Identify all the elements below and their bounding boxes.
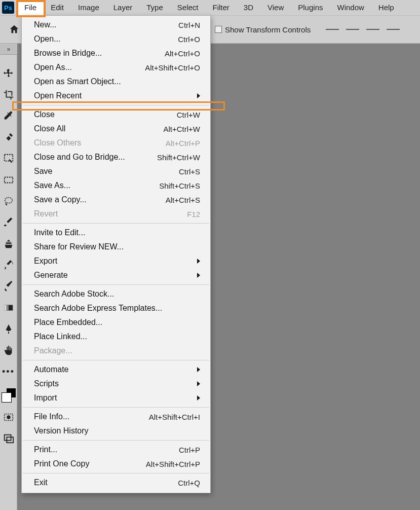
menu-separator <box>23 360 209 360</box>
object-select-tool[interactable] <box>2 152 15 165</box>
menu-plugins[interactable]: Plugins <box>291 0 330 15</box>
brush-tool[interactable] <box>2 216 15 229</box>
eyedropper-tool[interactable] <box>2 110 15 123</box>
menu-item-label: Close <box>34 110 177 119</box>
clone-stamp-tool[interactable] <box>2 237 15 250</box>
menu-item-label: Export <box>34 257 193 266</box>
menu-item-shortcut: Alt+Ctrl+O <box>165 49 200 58</box>
lasso-tool[interactable] <box>2 195 15 208</box>
marquee-tool[interactable] <box>2 173 15 187</box>
align-left-icon[interactable] <box>326 24 339 34</box>
menu-view[interactable]: View <box>260 0 291 15</box>
file-menu-save-as[interactable]: Save As...Shift+Ctrl+S <box>22 178 210 193</box>
file-menu-print-one-copy[interactable]: Print One CopyAlt+Shift+Ctrl+P <box>22 457 210 471</box>
menu-item-shortcut: Alt+Shift+Ctrl+I <box>149 413 200 421</box>
crop-tool[interactable] <box>2 88 15 101</box>
file-menu-new[interactable]: New...Ctrl+N <box>22 18 210 32</box>
menu-filter[interactable]: Filter <box>206 0 237 15</box>
menu-separator <box>23 407 209 408</box>
gradient-tool[interactable] <box>2 301 15 314</box>
pen-tool[interactable] <box>2 322 15 336</box>
svg-point-6 <box>7 415 10 419</box>
move-tool[interactable] <box>2 67 15 80</box>
menu-file[interactable]: File <box>17 0 44 15</box>
menu-item-label: Open as Smart Object... <box>34 77 200 86</box>
menu-separator <box>23 284 209 285</box>
file-menu-save[interactable]: SaveCtrl+S <box>22 164 210 178</box>
menu-item-label: Print One Copy <box>34 459 146 468</box>
submenu-arrow-icon <box>197 367 200 372</box>
file-menu-close[interactable]: CloseCtrl+W <box>22 107 210 122</box>
checkbox-icon <box>215 26 222 33</box>
menu-item-shortcut: Alt+Ctrl+W <box>163 125 200 133</box>
more-tools[interactable]: ••• <box>2 365 15 378</box>
align-center-icon[interactable] <box>346 24 359 34</box>
menu-item-label: Open As... <box>34 63 145 72</box>
menu-separator <box>23 223 209 224</box>
svg-point-1 <box>5 198 12 203</box>
file-menu-browse-in-bridge[interactable]: Browse in Bridge...Alt+Ctrl+O <box>22 46 210 60</box>
menu-item-shortcut: Ctrl+W <box>177 111 200 119</box>
svg-rect-4 <box>4 305 6 311</box>
menu-item-shortcut: Ctrl+P <box>179 446 200 454</box>
menubar: Ps FileEditImageLayerTypeSelectFilter3DV… <box>0 0 420 15</box>
hand-tool[interactable] <box>2 344 15 357</box>
menu-type[interactable]: Type <box>139 0 170 15</box>
svg-rect-7 <box>4 435 11 441</box>
file-menu-search-adobe-stock[interactable]: Search Adobe Stock... <box>22 287 210 301</box>
file-menu-place-linked[interactable]: Place Linked... <box>22 330 210 344</box>
file-menu-open-as-smart-object[interactable]: Open as Smart Object... <box>22 75 210 89</box>
file-menu-open[interactable]: Open...Ctrl+O <box>22 32 210 46</box>
spot-heal-tool[interactable] <box>2 131 15 144</box>
menu-item-label: Generate <box>34 271 193 280</box>
panel-expander[interactable]: » <box>0 44 17 55</box>
quick-mask-tool[interactable] <box>2 411 15 424</box>
menu-item-label: File Info... <box>34 412 149 421</box>
app-logo: Ps <box>2 2 14 14</box>
file-menu-close-and-go-to-bridge[interactable]: Close and Go to Bridge...Shift+Ctrl+W <box>22 150 210 164</box>
paint-brush-tool[interactable] <box>2 280 15 293</box>
home-icon[interactable] <box>6 21 22 38</box>
file-menu-scripts[interactable]: Scripts <box>22 377 210 391</box>
screen-mode-tool[interactable] <box>2 432 15 445</box>
file-menu-print[interactable]: Print...Ctrl+P <box>22 443 210 457</box>
svg-rect-0 <box>4 177 13 183</box>
file-menu-close-all[interactable]: Close AllAlt+Ctrl+W <box>22 122 210 136</box>
menu-image[interactable]: Image <box>71 0 106 15</box>
align-right-icon[interactable] <box>366 24 379 34</box>
file-menu-search-adobe-express-templates[interactable]: Search Adobe Express Templates... <box>22 301 210 315</box>
menu-edit[interactable]: Edit <box>44 0 71 15</box>
menu-item-label: Search Adobe Express Templates... <box>34 304 200 313</box>
menu-item-label: Save a Copy... <box>34 195 166 204</box>
file-menu-exit[interactable]: ExitCtrl+Q <box>22 476 210 490</box>
file-menu-share-for-review-new[interactable]: Share for Review NEW... <box>22 240 210 254</box>
menu-item-label: Close and Go to Bridge... <box>34 153 157 162</box>
file-menu-revert: RevertF12 <box>22 207 210 221</box>
menu-item-label: Package... <box>34 346 200 355</box>
file-menu-save-a-copy[interactable]: Save a Copy...Alt+Ctrl+S <box>22 193 210 207</box>
menu-layer[interactable]: Layer <box>106 0 140 15</box>
align-top-icon[interactable] <box>387 24 400 34</box>
show-transform-label: Show Transform Controls <box>225 25 311 34</box>
menu-item-shortcut: Alt+Shift+Ctrl+O <box>145 63 200 72</box>
menu-3d[interactable]: 3D <box>237 0 260 15</box>
submenu-arrow-icon <box>197 273 200 278</box>
show-transform-controls-checkbox[interactable]: Show Transform Controls <box>215 25 311 34</box>
file-menu-automate[interactable]: Automate <box>22 362 210 377</box>
menu-item-shortcut: Alt+Shift+Ctrl+P <box>146 460 200 468</box>
file-menu-export[interactable]: Export <box>22 254 210 268</box>
menu-select[interactable]: Select <box>170 0 206 15</box>
file-menu-open-recent[interactable]: Open Recent <box>22 89 210 103</box>
file-menu-invite-to-edit[interactable]: Invite to Edit... <box>22 226 210 240</box>
menu-window[interactable]: Window <box>330 0 371 15</box>
file-menu-import[interactable]: Import <box>22 391 210 405</box>
file-menu-generate[interactable]: Generate <box>22 268 210 282</box>
file-menu-version-history[interactable]: Version History <box>22 424 210 438</box>
menu-item-label: Place Embedded... <box>34 318 200 327</box>
menu-help[interactable]: Help <box>371 0 401 15</box>
color-swatches[interactable] <box>2 388 16 403</box>
file-menu-file-info[interactable]: File Info...Alt+Shift+Ctrl+I <box>22 410 210 424</box>
file-menu-place-embedded[interactable]: Place Embedded... <box>22 315 210 330</box>
history-brush-tool[interactable] <box>2 259 15 272</box>
file-menu-open-as[interactable]: Open As...Alt+Shift+Ctrl+O <box>22 60 210 75</box>
